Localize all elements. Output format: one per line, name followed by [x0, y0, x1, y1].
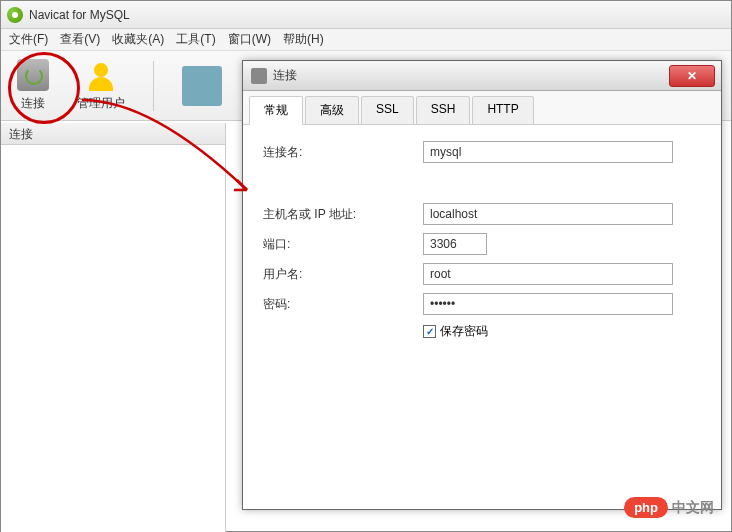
input-password[interactable] — [423, 293, 673, 315]
sidebar: 连接 — [1, 123, 226, 532]
input-host[interactable] — [423, 203, 673, 225]
toolbar-users-button[interactable]: 管理用户 — [77, 59, 125, 112]
row-save-password[interactable]: 保存密码 — [423, 323, 701, 340]
toolbar-connect-button[interactable]: 连接 — [17, 59, 49, 112]
table-icon — [182, 66, 222, 106]
menu-window[interactable]: 窗口(W) — [228, 31, 271, 48]
dialog-body: 连接名: 主机名或 IP 地址: 端口: 用户名: 密码: 保存密码 — [243, 125, 721, 356]
row-password: 密码: — [263, 293, 701, 315]
menubar: 文件(F) 查看(V) 收藏夹(A) 工具(T) 窗口(W) 帮助(H) — [1, 29, 731, 51]
dialog-icon — [251, 68, 267, 84]
close-button[interactable]: ✕ — [669, 65, 715, 87]
toolbar-table-button[interactable] — [182, 66, 222, 106]
menu-file[interactable]: 文件(F) — [9, 31, 48, 48]
tab-http[interactable]: HTTP — [472, 96, 533, 125]
user-icon — [85, 59, 117, 91]
sidebar-header: 连接 — [1, 123, 225, 145]
menu-tools[interactable]: 工具(T) — [176, 31, 215, 48]
input-connection-name[interactable] — [423, 141, 673, 163]
tab-advanced[interactable]: 高级 — [305, 96, 359, 125]
toolbar-connect-label: 连接 — [21, 95, 45, 112]
checkbox-save-password[interactable] — [423, 325, 436, 338]
label-port: 端口: — [263, 236, 423, 253]
label-user: 用户名: — [263, 266, 423, 283]
label-password: 密码: — [263, 296, 423, 313]
dialog-titlebar: 连接 ✕ — [243, 61, 721, 91]
label-host: 主机名或 IP 地址: — [263, 206, 423, 223]
connection-dialog: 连接 ✕ 常规 高级 SSL SSH HTTP 连接名: 主机名或 IP 地址:… — [242, 60, 722, 510]
menu-view[interactable]: 查看(V) — [60, 31, 100, 48]
dialog-title: 连接 — [273, 67, 669, 84]
menu-favorites[interactable]: 收藏夹(A) — [112, 31, 164, 48]
toolbar-users-label: 管理用户 — [77, 95, 125, 112]
app-icon — [7, 7, 23, 23]
tab-ssh[interactable]: SSH — [416, 96, 471, 125]
dialog-tabs: 常规 高级 SSL SSH HTTP — [243, 91, 721, 125]
input-user[interactable] — [423, 263, 673, 285]
row-host: 主机名或 IP 地址: — [263, 203, 701, 225]
label-save-password: 保存密码 — [440, 323, 488, 340]
app-title: Navicat for MySQL — [29, 8, 130, 22]
input-port[interactable] — [423, 233, 487, 255]
label-connection-name: 连接名: — [263, 144, 423, 161]
toolbar-separator — [153, 61, 154, 111]
row-user: 用户名: — [263, 263, 701, 285]
row-port: 端口: — [263, 233, 701, 255]
main-titlebar: Navicat for MySQL — [1, 1, 731, 29]
watermark-pill: php — [624, 497, 668, 518]
close-icon: ✕ — [687, 69, 697, 83]
watermark: php 中文网 — [624, 497, 714, 518]
connect-icon — [17, 59, 49, 91]
watermark-text: 中文网 — [672, 499, 714, 517]
tab-general[interactable]: 常规 — [249, 96, 303, 125]
tab-ssl[interactable]: SSL — [361, 96, 414, 125]
menu-help[interactable]: 帮助(H) — [283, 31, 324, 48]
row-connection-name: 连接名: — [263, 141, 701, 163]
